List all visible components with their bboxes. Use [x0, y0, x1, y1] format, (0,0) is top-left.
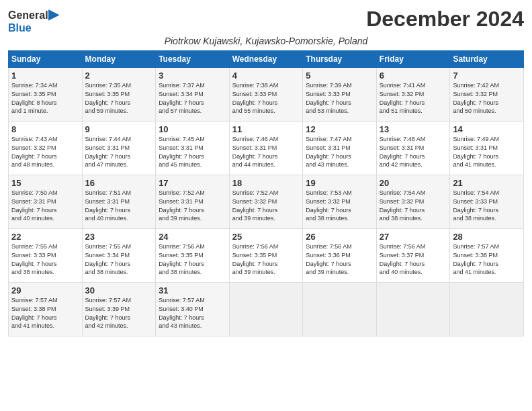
- month-title: December 2024: [366, 7, 524, 32]
- calendar-cell: 10Sunrise: 7:45 AM Sunset: 3:31 PM Dayli…: [156, 122, 230, 175]
- day-number: 31: [159, 285, 226, 295]
- day-info: Sunrise: 7:51 AM Sunset: 3:31 PM Dayligh…: [85, 189, 153, 222]
- day-number: 10: [159, 124, 226, 134]
- calendar-cell: 12Sunrise: 7:47 AM Sunset: 3:31 PM Dayli…: [303, 122, 377, 175]
- day-number: 16: [85, 178, 153, 188]
- calendar-cell: 28Sunrise: 7:57 AM Sunset: 3:38 PM Dayli…: [450, 229, 524, 283]
- day-info: Sunrise: 7:50 AM Sunset: 3:31 PM Dayligh…: [11, 189, 79, 222]
- header-thursday: Thursday: [303, 51, 377, 68]
- day-number: 19: [306, 178, 373, 188]
- header-sunday: Sunday: [9, 51, 83, 68]
- calendar-cell: 24Sunrise: 7:56 AM Sunset: 3:35 PM Dayli…: [156, 229, 230, 283]
- calendar-week-row: 8Sunrise: 7:43 AM Sunset: 3:32 PM Daylig…: [9, 122, 524, 175]
- day-info: Sunrise: 7:56 AM Sunset: 3:36 PM Dayligh…: [306, 242, 373, 276]
- day-info: Sunrise: 7:53 AM Sunset: 3:32 PM Dayligh…: [306, 189, 373, 222]
- day-info: Sunrise: 7:57 AM Sunset: 3:39 PM Dayligh…: [85, 296, 153, 330]
- day-info: Sunrise: 7:54 AM Sunset: 3:32 PM Dayligh…: [380, 189, 447, 222]
- day-number: 9: [85, 124, 153, 134]
- day-info: Sunrise: 7:45 AM Sunset: 3:31 PM Dayligh…: [159, 135, 226, 169]
- day-number: 22: [11, 232, 79, 242]
- day-info: Sunrise: 7:44 AM Sunset: 3:31 PM Dayligh…: [85, 135, 153, 169]
- day-info: Sunrise: 7:34 AM Sunset: 3:35 PM Dayligh…: [11, 81, 79, 115]
- calendar-cell: 11Sunrise: 7:46 AM Sunset: 3:31 PM Dayli…: [229, 122, 303, 175]
- calendar-cell: 3Sunrise: 7:37 AM Sunset: 3:34 PM Daylig…: [156, 68, 230, 122]
- calendar-week-row: 1Sunrise: 7:34 AM Sunset: 3:35 PM Daylig…: [9, 68, 524, 122]
- page-container: General▶ Blue December 2024 Piotrkow Kuj…: [0, 0, 532, 343]
- day-number: 13: [380, 124, 447, 134]
- day-info: Sunrise: 7:46 AM Sunset: 3:31 PM Dayligh…: [232, 135, 300, 169]
- calendar-week-row: 22Sunrise: 7:55 AM Sunset: 3:33 PM Dayli…: [9, 229, 524, 283]
- day-info: Sunrise: 7:57 AM Sunset: 3:38 PM Dayligh…: [453, 242, 521, 276]
- calendar-cell: [376, 283, 450, 336]
- day-info: Sunrise: 7:54 AM Sunset: 3:33 PM Dayligh…: [453, 189, 521, 222]
- calendar-cell: 2Sunrise: 7:35 AM Sunset: 3:35 PM Daylig…: [82, 68, 156, 122]
- logo-arrow-icon: ▶: [48, 7, 58, 21]
- day-number: 7: [453, 71, 521, 81]
- day-number: 3: [159, 71, 226, 81]
- calendar-cell: 20Sunrise: 7:54 AM Sunset: 3:32 PM Dayli…: [376, 175, 450, 229]
- calendar-cell: 4Sunrise: 7:38 AM Sunset: 3:33 PM Daylig…: [229, 68, 303, 122]
- day-number: 24: [159, 232, 226, 242]
- day-number: 28: [453, 232, 521, 242]
- day-info: Sunrise: 7:57 AM Sunset: 3:40 PM Dayligh…: [159, 296, 226, 330]
- calendar-header-row: Sunday Monday Tuesday Wednesday Thursday…: [9, 51, 524, 68]
- day-info: Sunrise: 7:41 AM Sunset: 3:32 PM Dayligh…: [380, 81, 447, 115]
- day-info: Sunrise: 7:52 AM Sunset: 3:32 PM Dayligh…: [232, 189, 300, 222]
- day-info: Sunrise: 7:47 AM Sunset: 3:31 PM Dayligh…: [306, 135, 373, 169]
- calendar-cell: 16Sunrise: 7:51 AM Sunset: 3:31 PM Dayli…: [82, 175, 156, 229]
- calendar-cell: 5Sunrise: 7:39 AM Sunset: 3:33 PM Daylig…: [303, 68, 377, 122]
- day-number: 23: [85, 232, 153, 242]
- calendar-cell: 25Sunrise: 7:56 AM Sunset: 3:35 PM Dayli…: [229, 229, 303, 283]
- calendar-cell: 8Sunrise: 7:43 AM Sunset: 3:32 PM Daylig…: [9, 122, 83, 175]
- calendar-cell: 13Sunrise: 7:48 AM Sunset: 3:31 PM Dayli…: [376, 122, 450, 175]
- calendar-cell: [229, 283, 303, 336]
- calendar-cell: 1Sunrise: 7:34 AM Sunset: 3:35 PM Daylig…: [9, 68, 83, 122]
- day-number: 27: [380, 232, 447, 242]
- day-number: 6: [380, 71, 447, 81]
- day-number: 11: [232, 124, 300, 134]
- day-info: Sunrise: 7:49 AM Sunset: 3:31 PM Dayligh…: [453, 135, 521, 169]
- calendar-cell: 9Sunrise: 7:44 AM Sunset: 3:31 PM Daylig…: [82, 122, 156, 175]
- calendar-cell: 19Sunrise: 7:53 AM Sunset: 3:32 PM Dayli…: [303, 175, 377, 229]
- logo-text-line1: General: [8, 9, 48, 21]
- header-monday: Monday: [82, 51, 156, 68]
- day-info: Sunrise: 7:56 AM Sunset: 3:37 PM Dayligh…: [380, 242, 447, 276]
- calendar-cell: 18Sunrise: 7:52 AM Sunset: 3:32 PM Dayli…: [229, 175, 303, 229]
- logo-text-line2: Blue: [8, 22, 58, 34]
- day-number: 21: [453, 178, 521, 188]
- day-info: Sunrise: 7:43 AM Sunset: 3:32 PM Dayligh…: [11, 135, 79, 169]
- day-info: Sunrise: 7:55 AM Sunset: 3:33 PM Dayligh…: [11, 242, 79, 276]
- day-info: Sunrise: 7:56 AM Sunset: 3:35 PM Dayligh…: [159, 242, 226, 276]
- calendar-cell: 14Sunrise: 7:49 AM Sunset: 3:31 PM Dayli…: [450, 122, 524, 175]
- day-info: Sunrise: 7:52 AM Sunset: 3:31 PM Dayligh…: [159, 189, 226, 222]
- day-info: Sunrise: 7:48 AM Sunset: 3:31 PM Dayligh…: [380, 135, 447, 169]
- calendar-cell: [303, 283, 377, 336]
- header: General▶ Blue December 2024: [8, 7, 524, 34]
- day-info: Sunrise: 7:42 AM Sunset: 3:32 PM Dayligh…: [453, 81, 521, 115]
- day-number: 15: [11, 178, 79, 188]
- calendar-cell: 21Sunrise: 7:54 AM Sunset: 3:33 PM Dayli…: [450, 175, 524, 229]
- day-number: 14: [453, 124, 521, 134]
- header-friday: Friday: [376, 51, 450, 68]
- day-number: 8: [11, 124, 79, 134]
- day-number: 2: [85, 71, 153, 81]
- logo: General▶ Blue: [8, 7, 58, 34]
- day-info: Sunrise: 7:37 AM Sunset: 3:34 PM Dayligh…: [159, 81, 226, 115]
- calendar-week-row: 29Sunrise: 7:57 AM Sunset: 3:38 PM Dayli…: [9, 283, 524, 336]
- day-info: Sunrise: 7:39 AM Sunset: 3:33 PM Dayligh…: [306, 81, 373, 115]
- day-info: Sunrise: 7:38 AM Sunset: 3:33 PM Dayligh…: [232, 81, 300, 115]
- calendar-cell: 6Sunrise: 7:41 AM Sunset: 3:32 PM Daylig…: [376, 68, 450, 122]
- day-info: Sunrise: 7:57 AM Sunset: 3:38 PM Dayligh…: [11, 296, 79, 330]
- header-wednesday: Wednesday: [229, 51, 303, 68]
- calendar-cell: 27Sunrise: 7:56 AM Sunset: 3:37 PM Dayli…: [376, 229, 450, 283]
- day-number: 17: [159, 178, 226, 188]
- calendar-cell: 26Sunrise: 7:56 AM Sunset: 3:36 PM Dayli…: [303, 229, 377, 283]
- day-number: 5: [306, 71, 373, 81]
- day-number: 12: [306, 124, 373, 134]
- day-info: Sunrise: 7:55 AM Sunset: 3:34 PM Dayligh…: [85, 242, 153, 276]
- day-number: 4: [232, 71, 300, 81]
- calendar-week-row: 15Sunrise: 7:50 AM Sunset: 3:31 PM Dayli…: [9, 175, 524, 229]
- location: Piotrkow Kujawski, Kujawsko-Pomorskie, P…: [8, 36, 524, 46]
- day-number: 1: [11, 71, 79, 81]
- calendar-cell: 17Sunrise: 7:52 AM Sunset: 3:31 PM Dayli…: [156, 175, 230, 229]
